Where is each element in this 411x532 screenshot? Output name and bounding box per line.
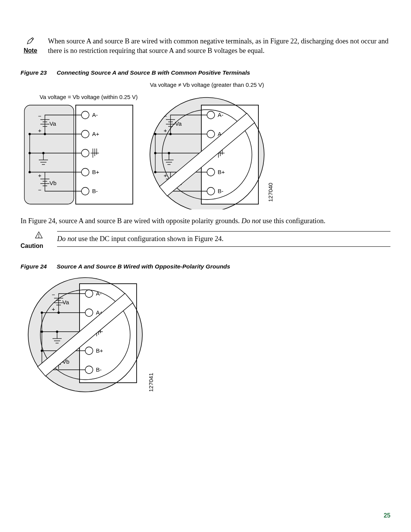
between-ref: Figure 24 — [28, 217, 55, 225]
svg-point-5 — [81, 168, 89, 176]
svg-point-94 — [56, 331, 58, 333]
fig23-l-va-minus: − — [38, 113, 41, 119]
figure-24: A- A+ B+ B- — [21, 274, 390, 401]
svg-point-64 — [38, 237, 39, 237]
caution-label: Caution — [21, 243, 57, 249]
svg-point-55 — [154, 133, 156, 135]
figure-24-id: 127041 — [148, 373, 154, 392]
figure-23: Va voltage ≠ Vb voltage (greater than 0.… — [21, 80, 390, 211]
figure-24-title: Figure 24Source A and Source B Wired wit… — [21, 263, 390, 270]
fig24-va-minus: − — [52, 291, 55, 298]
fig23-l-label-a-plus: A+ — [92, 131, 99, 137]
svg-point-3 — [81, 130, 89, 138]
svg-point-67 — [85, 290, 93, 297]
svg-point-33 — [207, 130, 215, 138]
svg-point-68 — [85, 309, 93, 316]
figure-24-svg: A- A+ B+ B- — [21, 274, 161, 399]
between-paragraph: In Figure 24, source A and source B are … — [21, 216, 390, 226]
between-italic: Do not — [242, 217, 261, 225]
svg-point-6 — [81, 187, 89, 195]
fig23-left-caption: Va voltage = Vb voltage (within 0.25 V) — [40, 94, 138, 100]
caution-callout: Caution Do not use the DC input configur… — [21, 231, 390, 249]
fig23-l-label-b-minus: B- — [92, 188, 98, 194]
svg-point-59 — [169, 133, 172, 135]
note-ref: Figure 22 — [270, 37, 297, 45]
note-icon-cell: Note — [21, 37, 40, 54]
caution-ref: Figure 24 — [194, 235, 221, 243]
svg-point-26 — [29, 152, 31, 154]
between-2: , source A and source B are wired with o… — [55, 217, 241, 225]
svg-point-28 — [42, 152, 45, 154]
fig23-l-vb-minus: − — [38, 187, 41, 193]
fig24-label-b-minus: B- — [96, 366, 102, 373]
fig23-right-caption: Va voltage ≠ Vb voltage (greater than 0.… — [150, 81, 264, 88]
fig23-l-vb-label: Vb — [49, 180, 56, 186]
note-text: When source A and source B are wired wit… — [40, 37, 390, 56]
svg-point-35 — [207, 168, 215, 176]
figure-23-id: 127040 — [267, 183, 274, 202]
fig23-r-va-label: Va — [175, 120, 182, 127]
fig23-l-label-b-plus: B+ — [92, 169, 99, 175]
svg-point-57 — [154, 171, 156, 173]
svg-point-58 — [168, 152, 170, 154]
caution-text-1: use the DC input configuration shown in — [76, 235, 194, 243]
note-label: Note — [21, 46, 40, 54]
figure-23-title: Figure 23Connecting Source A and Source … — [21, 69, 390, 76]
svg-point-29 — [44, 133, 46, 135]
fig24-va-label: Va — [62, 299, 69, 305]
fig23-r-label-b-plus: B+ — [218, 169, 225, 175]
svg-point-56 — [154, 152, 156, 154]
svg-point-90 — [41, 312, 43, 314]
fig23-r-label-b-minus: B- — [218, 188, 223, 194]
svg-point-91 — [41, 331, 43, 333]
caution-label-col: Caution — [21, 231, 57, 249]
warning-triangle-icon — [35, 233, 43, 240]
svg-point-92 — [41, 350, 43, 352]
pencil-icon — [26, 40, 35, 46]
figure-23-svg: Va voltage ≠ Vb voltage (greater than 0.… — [21, 80, 283, 209]
svg-rect-0 — [24, 105, 74, 204]
fig23-r-vb-plus: + — [164, 172, 167, 179]
svg-point-2 — [81, 111, 89, 119]
caution-tail: . — [222, 235, 224, 243]
svg-point-4 — [81, 149, 89, 157]
note-callout: Note When source A and source B are wire… — [21, 37, 390, 56]
fig23-l-va-plus: + — [38, 127, 41, 134]
note-text-1: When source A and source B are wired wit… — [48, 37, 270, 45]
svg-point-32 — [207, 111, 215, 119]
fig23-r-va-plus: + — [164, 127, 167, 134]
svg-point-27 — [29, 171, 31, 173]
caution-text: Do not use the DC input configuration sh… — [57, 231, 390, 247]
svg-point-25 — [29, 133, 31, 135]
fig24-label-b-plus: B+ — [96, 347, 103, 354]
figure-24-caption: Source A and Source B Wired with Opposit… — [57, 263, 230, 270]
svg-point-71 — [85, 366, 93, 374]
figure-23-caption: Connecting Source A and Source B with Co… — [57, 69, 250, 76]
svg-point-95 — [57, 312, 60, 314]
page: Note When source A and source B are wire… — [0, 0, 411, 532]
figure-23-label: Figure 23 — [21, 69, 57, 76]
figure-24-label: Figure 24 — [21, 263, 57, 270]
fig23-l-va-label: Va — [49, 120, 56, 127]
page-number: 25 — [384, 512, 390, 519]
svg-point-36 — [207, 187, 215, 195]
between-1: In — [21, 217, 28, 225]
caution-italic: Do not — [57, 235, 76, 243]
between-3: use this configuration. — [261, 217, 325, 225]
fig23-l-vb-plus: + — [38, 172, 41, 179]
fig24-va-plus: + — [52, 306, 55, 312]
svg-point-70 — [85, 347, 93, 355]
fig23-right-panel: A- A+ B+ B- — [150, 97, 264, 209]
fig23-left-panel: A- A+ B+ B- − — [24, 105, 133, 204]
fig23-l-label-a-minus: A- — [92, 112, 98, 118]
